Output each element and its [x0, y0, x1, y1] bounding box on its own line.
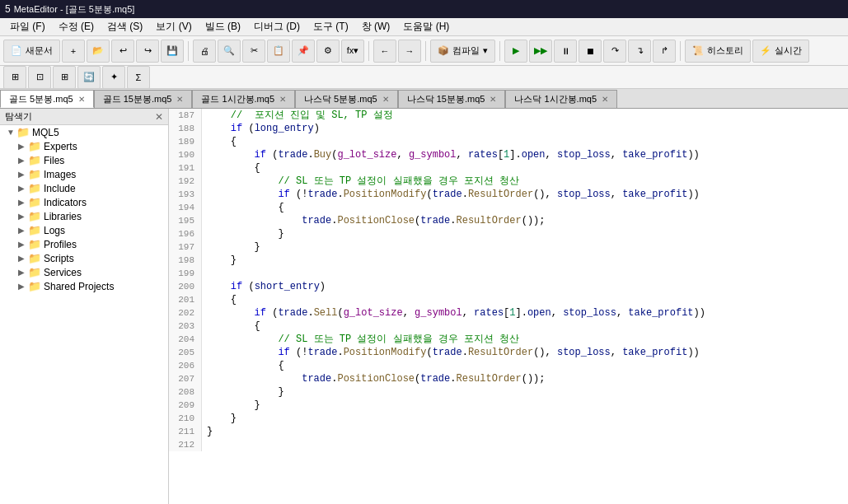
back-button[interactable]: ←	[373, 40, 396, 63]
sidebar-item-include[interactable]: ▶ 📁 Include	[0, 181, 168, 195]
step-over-button[interactable]: ↷	[603, 40, 626, 63]
line-num-194: 194	[169, 201, 202, 214]
nav-btn-3[interactable]: ⊞	[53, 66, 76, 89]
history-button[interactable]: 📜 히스토리	[685, 40, 751, 63]
new-doc-label: 새문서	[26, 44, 53, 57]
line-code-187: // 포지션 진입 및 SL, TP 설정	[202, 109, 393, 122]
nav-btn-1[interactable]: ⊞	[3, 66, 26, 89]
tab-nas15m[interactable]: 나스닥 15분봉.mq5 ✕	[398, 90, 506, 108]
folder-images-icon: 📁	[28, 168, 41, 180]
cut-button[interactable]: ✂	[242, 40, 265, 63]
sidebar-item-indicators[interactable]: ▶ 📁 Indicators	[0, 195, 168, 209]
special-button[interactable]: ⚙	[316, 40, 340, 63]
code-line-198: 198 }	[169, 254, 848, 267]
line-num-197: 197	[169, 240, 202, 254]
code-line-192: 192 // SL 또는 TP 설정이 실패했을 경우 포지션 청산	[169, 175, 848, 188]
sidebar-item-experts[interactable]: ▶ 📁 Experts	[0, 139, 168, 153]
run-button[interactable]: ▶	[504, 40, 527, 63]
line-code-198: }	[202, 254, 237, 267]
line-num-202: 202	[169, 306, 202, 320]
expand-services-icon: ▶	[18, 268, 26, 277]
folder-services-icon: 📁	[28, 266, 41, 278]
code-line-189: 189 {	[169, 135, 848, 148]
tab-gold5m[interactable]: 골드 5분봉.mq5 ✕	[0, 90, 94, 108]
code-line-200: 200 if (short_entry)	[169, 280, 848, 293]
tab-gold1h-label: 골드 1시간봉.mq5	[201, 93, 274, 105]
sidebar-item-libraries[interactable]: ▶ 📁 Libraries	[0, 209, 168, 223]
new-doc-button[interactable]: 📄 새문서	[3, 40, 60, 63]
forward-button[interactable]: →	[398, 40, 421, 63]
sidebar-close-button[interactable]: ✕	[155, 111, 163, 123]
menu-build[interactable]: 빌드 (B)	[199, 18, 247, 35]
menu-debug[interactable]: 디버그 (D)	[247, 18, 307, 35]
realtime-button[interactable]: ⚡ 실시간	[752, 40, 809, 63]
folder-profiles-icon: 📁	[28, 238, 41, 250]
folder-logs-icon: 📁	[28, 224, 41, 236]
copy-button[interactable]: 📋	[267, 40, 290, 63]
menu-tools[interactable]: 도구 (T)	[307, 18, 355, 35]
tab-gold5m-close[interactable]: ✕	[78, 95, 85, 104]
sidebar-item-profiles[interactable]: ▶ 📁 Profiles	[0, 237, 168, 251]
tab-nas1h[interactable]: 나스닥 1시간봉.mq5 ✕	[505, 90, 617, 108]
line-num-198: 198	[169, 254, 202, 267]
step-out-button[interactable]: ↱	[653, 40, 676, 63]
sidebar-item-mql5[interactable]: ▼ 📁 MQL5	[0, 125, 168, 139]
tab-gold5m-label: 골드 5분봉.mq5	[9, 93, 73, 105]
compile-button[interactable]: 📦 컴파일 ▾	[430, 40, 495, 63]
expand-profiles-icon: ▶	[18, 240, 26, 249]
add-button[interactable]: +	[62, 40, 85, 63]
tab-nas1h-close[interactable]: ✕	[602, 95, 608, 104]
code-editor[interactable]: 187 // 포지션 진입 및 SL, TP 설정 188 if (long_e…	[169, 109, 848, 504]
tab-nas5m-close[interactable]: ✕	[382, 95, 389, 104]
code-line-212: 212	[169, 438, 848, 451]
code-line-197: 197 }	[169, 240, 848, 254]
tab-gold1h-close[interactable]: ✕	[279, 95, 286, 104]
sep3	[425, 41, 426, 61]
menu-file[interactable]: 파일 (F)	[3, 18, 52, 35]
line-num-187: 187	[169, 109, 202, 122]
line-num-191: 191	[169, 161, 202, 175]
save-button[interactable]: 💾	[161, 40, 184, 63]
menu-help[interactable]: 도움말 (H)	[396, 18, 456, 35]
nav-btn-5[interactable]: ✦	[102, 66, 125, 89]
tab-gold1h[interactable]: 골드 1시간봉.mq5 ✕	[192, 90, 295, 108]
code-line-201: 201 {	[169, 293, 848, 306]
print-button[interactable]: 🖨	[193, 40, 216, 63]
sidebar-item-logs[interactable]: ▶ 📁 Logs	[0, 223, 168, 237]
sidebar-item-shared-projects[interactable]: ▶ 📁 Shared Projects	[0, 279, 168, 293]
sidebar-item-scripts[interactable]: ▶ 📁 Scripts	[0, 251, 168, 265]
code-line-193: 193 if (!trade.PositionModify(trade.Resu…	[169, 188, 848, 201]
fx-button[interactable]: fx▾	[341, 40, 364, 63]
tab-gold15m-close[interactable]: ✕	[176, 95, 183, 104]
app-icon: 5	[5, 3, 11, 15]
code-line-196: 196 }	[169, 227, 848, 240]
search-button[interactable]: 🔍	[218, 40, 241, 63]
step-into-button[interactable]: ↴	[628, 40, 651, 63]
run2-button[interactable]: ▶▶	[529, 40, 552, 63]
compile-dropdown-icon: ▾	[483, 45, 488, 56]
paste-button[interactable]: 📌	[292, 40, 315, 63]
nav-btn-4[interactable]: 🔄	[77, 66, 101, 89]
tab-gold15m[interactable]: 골드 15분봉.mq5 ✕	[94, 90, 193, 108]
nav-btn-6[interactable]: Σ	[127, 66, 150, 89]
code-line-194: 194 {	[169, 201, 848, 214]
menu-edit[interactable]: 수정 (E)	[52, 18, 101, 35]
folder-indicators-icon: 📁	[28, 196, 41, 208]
line-num-199: 199	[169, 267, 202, 280]
nav-btn-2[interactable]: ⊡	[28, 66, 51, 89]
redo-button[interactable]: ↪	[136, 40, 159, 63]
menu-view[interactable]: 보기 (V)	[149, 18, 198, 35]
pause-button[interactable]: ⏸	[554, 40, 577, 63]
sidebar-item-files[interactable]: ▶ 📁 Files	[0, 153, 168, 167]
code-line-205: 205 if (!trade.PositionModify(trade.Resu…	[169, 346, 848, 359]
undo-button[interactable]: ↩	[111, 40, 134, 63]
tab-nas15m-close[interactable]: ✕	[490, 95, 496, 104]
menu-window[interactable]: 창 (W)	[355, 18, 397, 35]
menu-search[interactable]: 검색 (S)	[101, 18, 149, 35]
sidebar-item-services[interactable]: ▶ 📁 Services	[0, 265, 168, 279]
tab-nas5m[interactable]: 나스닥 5분봉.mq5 ✕	[295, 90, 398, 108]
sidebar-item-images[interactable]: ▶ 📁 Images	[0, 167, 168, 181]
stop-button[interactable]: ⏹	[579, 40, 602, 63]
tab-nas5m-label: 나스닥 5분봉.mq5	[304, 93, 377, 105]
open-button[interactable]: 📂	[87, 40, 110, 63]
